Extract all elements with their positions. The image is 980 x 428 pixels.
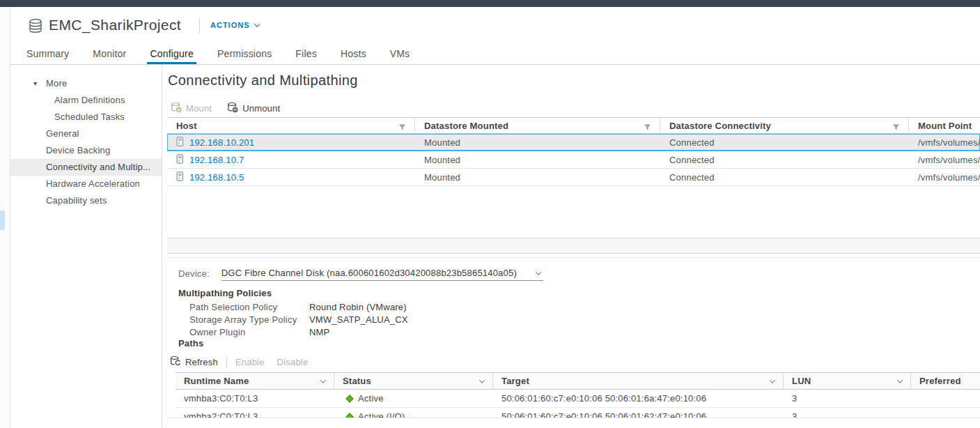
collapse-caret-icon[interactable]: ▾ <box>33 75 37 92</box>
horizontal-scrollbar-track[interactable] <box>167 238 980 254</box>
unmount-button[interactable]: Unmount <box>227 102 280 115</box>
hosts-table-header: Host Datastore Mounted Datastore Connect… <box>167 117 980 134</box>
device-select[interactable]: DGC Fibre Channel Disk (naa.600601602d30… <box>221 266 543 281</box>
runtime-name-cell: vmhba3:C0:T0:L3 <box>176 390 334 407</box>
mount-button[interactable]: Mount <box>171 102 212 115</box>
chevron-down-icon[interactable] <box>770 377 775 383</box>
multipathing-policies-list: Path Selection Policy Round Robin (VMwar… <box>189 300 408 338</box>
column-header-runtime-name[interactable]: Runtime Name <box>176 373 334 389</box>
column-header-mount-point[interactable]: Mount Point <box>909 118 980 133</box>
lun-cell: 3 <box>784 390 911 407</box>
status-text: Active <box>358 393 384 404</box>
policy-label: Storage Array Type Policy <box>189 314 309 325</box>
column-header-target[interactable]: Target <box>493 373 784 389</box>
device-label: Device: <box>178 268 210 279</box>
filter-funnel-icon[interactable] <box>398 123 406 133</box>
datastore-check-icon <box>171 102 182 115</box>
tab-permissions[interactable]: Permissions <box>215 45 274 64</box>
column-header-status[interactable]: Status <box>334 373 493 389</box>
path-row[interactable]: vmhba3:C0:T0:L3 Active 50:06:01:60:c7:e0… <box>176 390 980 408</box>
mount-point-cell: /vmfs/volumes/5 <box>909 151 980 168</box>
host-icon <box>176 154 184 166</box>
sidebar-item-hardware-acceleration[interactable]: Hardware Acceleration <box>10 176 162 192</box>
policy-value: NMP <box>309 327 330 337</box>
green-diamond-icon <box>345 413 353 418</box>
sidebar-item-scheduled-tasks[interactable]: Scheduled Tasks <box>10 109 162 125</box>
policy-row: Owner Plugin NMP <box>189 326 408 338</box>
preferred-cell <box>911 390 980 407</box>
sidebar-item-more[interactable]: ▾ More <box>10 75 162 92</box>
target-cell: 50:06:01:60:c7:e0:10:06 50:06:01:6a:47:e… <box>493 390 784 407</box>
refresh-button[interactable]: Refresh <box>170 356 218 369</box>
tab-hosts[interactable]: Hosts <box>338 45 369 64</box>
host-icon <box>176 171 184 183</box>
policy-value: Round Robin (VMware) <box>309 302 407 312</box>
filter-funnel-icon[interactable] <box>644 123 651 133</box>
host-link[interactable]: 192.168.10.7 <box>189 155 244 165</box>
sidebar-item-general[interactable]: General <box>10 125 162 142</box>
host-row[interactable]: 192.168.10.5 Mounted Connected /vmfs/vol… <box>167 169 980 186</box>
host-row[interactable]: 192.168.10.7 Mounted Connected /vmfs/vol… <box>167 151 980 169</box>
enable-button[interactable]: Enable <box>235 357 265 367</box>
path-row[interactable]: vmhba2:C0:T0:L3 Active (I/O) 50:06:01:60… <box>176 408 980 418</box>
column-header-preferred[interactable]: Preferred <box>911 373 980 389</box>
policy-row: Path Selection Policy Round Robin (VMwar… <box>189 300 408 313</box>
chevron-down-icon[interactable] <box>897 377 903 383</box>
status-text: Active (I/O) <box>358 411 405 418</box>
multipathing-policies-title: Multipathing Policies <box>178 288 272 298</box>
datastore-connectivity-cell: Connected <box>660 134 909 151</box>
sidebar-item-capability-sets[interactable]: Capability sets <box>10 192 162 209</box>
host-row[interactable]: 192.168.10.201 Mounted Connected /vmfs/v… <box>167 134 980 151</box>
title-separator <box>199 19 200 33</box>
sidebar-item-connectivity-multipathing[interactable]: Connectivity and Multip... <box>10 159 162 176</box>
datastore-mounted-cell: Mounted <box>415 134 660 151</box>
viewport-bottom-edge <box>167 418 980 418</box>
runtime-name-cell: vmhba2:C0:T0:L3 <box>176 408 334 418</box>
paths-table-header: Runtime Name Status Target LUN Preferred <box>176 372 980 390</box>
tab-vms[interactable]: VMs <box>387 45 413 64</box>
filter-funnel-icon[interactable] <box>892 123 900 133</box>
policy-label: Owner Plugin <box>189 327 309 337</box>
top-dark-bar <box>0 0 980 7</box>
paths-toolbar: Refresh Enable Disable <box>170 354 308 369</box>
datastore-remove-icon <box>227 102 238 115</box>
green-diamond-icon <box>345 395 353 402</box>
tab-files[interactable]: Files <box>293 45 320 64</box>
paths-table: Runtime Name Status Target LUN Preferred… <box>176 372 980 418</box>
hosts-table: Host Datastore Mounted Datastore Connect… <box>167 117 980 186</box>
chevron-down-icon[interactable] <box>320 377 326 383</box>
column-header-host[interactable]: Host <box>167 118 415 133</box>
chevron-down-icon[interactable] <box>479 377 485 383</box>
target-cell: 50:06:01:60:c7:e0:10:06 50:06:01:62:47:e… <box>493 408 784 418</box>
host-link[interactable]: 192.168.10.201 <box>189 137 254 148</box>
chevron-down-icon <box>536 269 541 275</box>
actions-menu-button[interactable]: ACTIONS <box>210 21 259 29</box>
policy-value: VMW_SATP_ALUA_CX <box>309 314 408 325</box>
sidebar-item-device-backing[interactable]: Device Backing <box>10 142 162 159</box>
hosts-toolbar: Mount Unmount <box>171 100 280 116</box>
datastore-refresh-icon <box>170 356 181 369</box>
vsphere-datastore-page: EMC_SharikProject ACTIONS Summary Monito… <box>0 0 980 428</box>
toolbar-separator <box>226 356 227 367</box>
datastore-mounted-cell: Mounted <box>415 169 660 185</box>
paths-title: Paths <box>178 338 203 349</box>
host-icon <box>176 137 184 148</box>
rail-accent <box>0 211 5 230</box>
lun-cell: 3 <box>784 408 911 418</box>
column-header-datastore-connectivity[interactable]: Datastore Connectivity <box>660 118 909 133</box>
datastore-connectivity-cell: Connected <box>660 169 909 185</box>
object-tabs: Summary Monitor Configure Permissions Fi… <box>24 45 412 64</box>
sidebar-item-alarm-definitions[interactable]: Alarm Definitions <box>10 92 162 109</box>
column-header-datastore-mounted[interactable]: Datastore Mounted <box>415 118 660 133</box>
host-link[interactable]: 192.168.10.5 <box>189 172 244 183</box>
column-header-lun[interactable]: LUN <box>784 373 911 389</box>
policy-label: Path Selection Policy <box>189 302 309 312</box>
disable-button[interactable]: Disable <box>277 357 309 367</box>
mount-point-cell: /vmfs/volumes/5 <box>909 169 980 185</box>
datastore-icon <box>28 18 43 36</box>
tab-monitor[interactable]: Monitor <box>90 45 129 64</box>
chevron-down-icon <box>254 21 259 26</box>
tab-configure[interactable]: Configure <box>147 45 196 64</box>
datastore-mounted-cell: Mounted <box>415 151 660 168</box>
tab-summary[interactable]: Summary <box>24 45 72 64</box>
